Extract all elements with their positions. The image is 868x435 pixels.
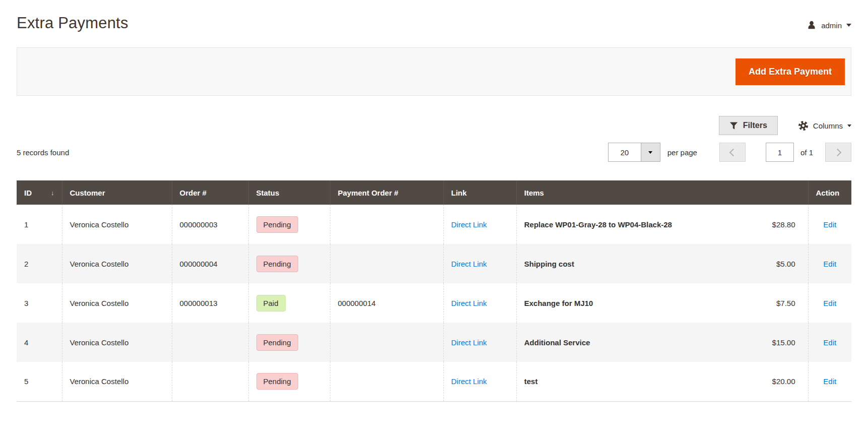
- direct-link[interactable]: Direct Link: [451, 377, 487, 386]
- column-header-action[interactable]: Action: [808, 180, 851, 205]
- cell-payment-order-number: [330, 244, 443, 283]
- filters-button[interactable]: Filters: [719, 116, 778, 135]
- select-arrow-area[interactable]: [641, 143, 660, 161]
- cell-id: 5: [17, 362, 62, 401]
- table-row: 5Veronica CostelloPendingDirect Linktest…: [17, 362, 851, 401]
- columns-control[interactable]: Columns: [798, 120, 851, 131]
- table-row: 1Veronica Costello000000003PendingDirect…: [17, 205, 851, 244]
- cell-order-number: [172, 362, 248, 401]
- cell-link: Direct Link: [443, 323, 516, 362]
- cell-customer: Veronica Costello: [62, 283, 172, 323]
- sort-direction-icon: ↓: [51, 189, 54, 197]
- username-label: admin: [821, 21, 842, 30]
- column-header-label: Link: [451, 189, 467, 197]
- chevron-down-icon: [846, 24, 851, 27]
- grid-controls-row: Filters Columns: [17, 116, 851, 135]
- cell-id: 1: [17, 205, 62, 244]
- column-header-status[interactable]: Status: [248, 180, 330, 205]
- item-name: Replace WP01-Gray-28 to WP04-Black-28: [524, 220, 672, 229]
- edit-link[interactable]: Edit: [823, 299, 836, 307]
- cell-payment-order-number: [330, 323, 443, 362]
- cell-customer: Veronica Costello: [62, 244, 172, 283]
- page-header: Extra Payments admin: [17, 0, 851, 32]
- current-page-input[interactable]: [766, 143, 794, 162]
- cell-status: Pending: [248, 362, 330, 401]
- chevron-down-icon: [648, 151, 652, 154]
- cell-order-number: [172, 323, 248, 362]
- direct-link[interactable]: Direct Link: [451, 299, 487, 307]
- direct-link[interactable]: Direct Link: [451, 338, 487, 347]
- chevron-left-icon: [729, 148, 738, 156]
- column-header-order[interactable]: Order #: [172, 180, 248, 205]
- column-header-customer[interactable]: Customer: [62, 180, 172, 205]
- records-found-label: 5 records found: [17, 148, 69, 157]
- column-header-label: Payment Order #: [338, 189, 398, 197]
- column-header-label: ID: [24, 189, 32, 197]
- status-badge: Pending: [256, 256, 298, 272]
- cell-items: test$20.00: [516, 362, 808, 401]
- item-price: $7.50: [776, 299, 795, 307]
- item-price: $28.80: [772, 220, 795, 229]
- cell-link: Direct Link: [443, 362, 516, 401]
- cell-customer: Veronica Costello: [62, 362, 172, 401]
- page-title: Extra Payments: [17, 14, 128, 32]
- direct-link[interactable]: Direct Link: [451, 260, 487, 268]
- column-header-label: Status: [256, 189, 280, 197]
- status-badge: Paid: [256, 295, 286, 312]
- cell-status: Pending: [248, 323, 330, 362]
- status-badge: Pending: [256, 334, 298, 351]
- cell-status: Pending: [248, 244, 330, 283]
- item-name: Exchange for MJ10: [524, 299, 593, 307]
- cell-id: 3: [17, 283, 62, 323]
- cell-customer: Veronica Costello: [62, 205, 172, 244]
- cell-order-number: 000000003: [172, 205, 248, 244]
- chevron-down-icon: [847, 125, 851, 127]
- cell-link: Direct Link: [443, 205, 516, 244]
- chevron-right-icon: [833, 148, 841, 156]
- cell-link: Direct Link: [443, 283, 516, 323]
- filters-button-label: Filters: [743, 121, 767, 130]
- column-header-link[interactable]: Link: [443, 180, 516, 205]
- filter-funnel-icon: [729, 121, 738, 130]
- per-page-select[interactable]: 20: [608, 143, 660, 162]
- edit-link[interactable]: Edit: [823, 220, 836, 229]
- gear-icon: [798, 120, 809, 131]
- edit-link[interactable]: Edit: [823, 377, 836, 386]
- cell-items: Replace WP01-Gray-28 to WP04-Black-28$28…: [516, 205, 808, 244]
- admin-user-menu[interactable]: admin: [807, 20, 851, 30]
- cell-order-number: 000000004: [172, 244, 248, 283]
- cell-payment-order-number: 000000014: [330, 283, 443, 323]
- cell-status: Pending: [248, 205, 330, 244]
- total-pages-label: of 1: [800, 148, 813, 157]
- add-extra-payment-button[interactable]: Add Extra Payment: [736, 58, 845, 85]
- user-avatar-icon: [807, 20, 817, 30]
- direct-link[interactable]: Direct Link: [451, 220, 487, 229]
- next-page-button[interactable]: [825, 143, 851, 162]
- cell-action: Edit: [808, 323, 851, 362]
- cell-payment-order-number: [330, 362, 443, 401]
- table-row: 4Veronica CostelloPendingDirect LinkAddi…: [17, 323, 851, 362]
- cell-action: Edit: [808, 205, 851, 244]
- column-header-id[interactable]: ID↓: [17, 180, 62, 205]
- records-pagination-row: 5 records found 20 per page of 1: [17, 142, 851, 162]
- per-page-selected-value: 20: [609, 143, 641, 161]
- pagination: 20 per page of 1: [608, 143, 851, 162]
- column-header-label: Order #: [180, 189, 207, 197]
- item-price: $15.00: [772, 338, 795, 347]
- item-name: test: [524, 377, 538, 386]
- table-row: 2Veronica Costello000000004PendingDirect…: [17, 244, 851, 283]
- cell-items: Exchange for MJ10$7.50: [516, 283, 808, 323]
- column-header-items[interactable]: Items: [516, 180, 808, 205]
- edit-link[interactable]: Edit: [823, 338, 836, 347]
- cell-action: Edit: [808, 244, 851, 283]
- table-header-row: ID↓CustomerOrder #StatusPayment Order #L…: [17, 180, 851, 205]
- per-page-label: per page: [667, 148, 697, 157]
- cell-order-number: 000000013: [172, 283, 248, 323]
- status-badge: Pending: [256, 373, 298, 390]
- cell-customer: Veronica Costello: [62, 323, 172, 362]
- edit-link[interactable]: Edit: [823, 260, 836, 268]
- column-header-label: Items: [524, 189, 544, 197]
- cell-status: Paid: [248, 283, 330, 323]
- previous-page-button[interactable]: [719, 143, 746, 162]
- column-header-payment-order[interactable]: Payment Order #: [330, 180, 443, 205]
